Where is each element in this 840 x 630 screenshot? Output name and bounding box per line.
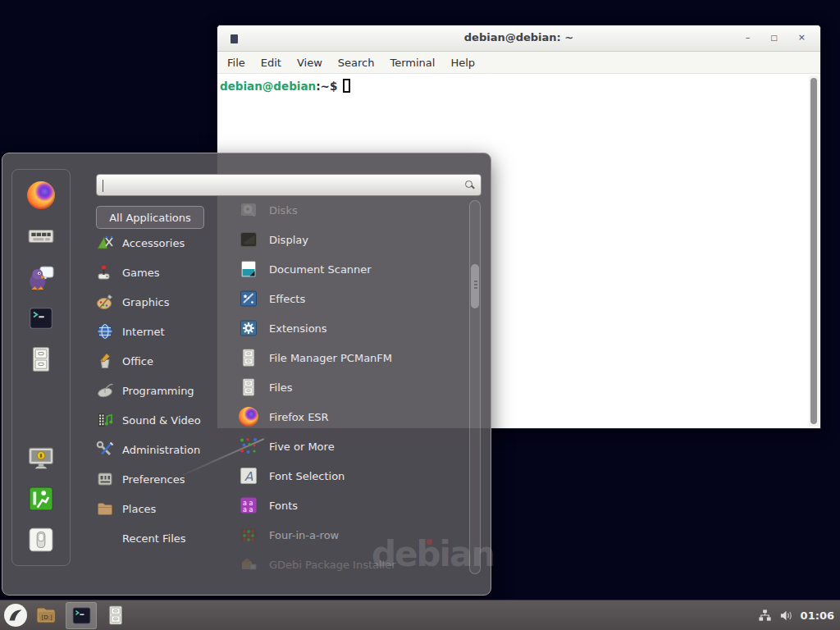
prompt-user-host: debian@debian <box>220 80 316 93</box>
favorite-firefox[interactable] <box>27 181 55 209</box>
firefox-icon <box>239 407 258 427</box>
terminal-task-button[interactable] <box>66 602 97 629</box>
category-label: Preferences <box>122 473 185 486</box>
category-programming[interactable]: Programming <box>96 376 231 405</box>
maximize-button[interactable]: □ <box>770 30 778 46</box>
terminal-icon <box>71 605 93 627</box>
folder-launcher[interactable]: [D:] <box>31 600 62 630</box>
category-internet[interactable]: Internet <box>96 317 231 346</box>
category-label: Sound & Video <box>122 414 201 427</box>
app-effects[interactable]: Effects <box>239 284 460 313</box>
document-scanner-icon <box>239 259 258 279</box>
terminal-titlebar[interactable]: debian@debian: ~ – □ × <box>217 25 820 52</box>
app-firefox-esr[interactable]: Firefox ESR <box>239 402 460 431</box>
category-label: Administration <box>122 444 200 456</box>
volume-icon[interactable] <box>779 609 793 623</box>
terminal-scrollbar-thumb[interactable] <box>810 78 817 424</box>
terminal-scrollbar[interactable] <box>809 75 819 427</box>
menu-button-icon <box>3 603 28 628</box>
package-manager-icon <box>27 222 55 250</box>
favorite-terminal[interactable] <box>27 304 55 332</box>
files-launcher[interactable] <box>100 600 131 630</box>
category-label: Office <box>122 355 153 368</box>
menu-button[interactable] <box>0 600 31 630</box>
menu-help[interactable]: Help <box>450 57 475 69</box>
five-or-more-icon <box>239 436 258 456</box>
app-label: Five or More <box>269 441 335 453</box>
app-four-in-a-row[interactable]: Four-in-a-row <box>239 520 460 550</box>
administration-icon <box>96 441 114 459</box>
menu-file[interactable]: File <box>227 57 245 69</box>
folder-d-icon: [D:] <box>35 604 58 627</box>
category-places[interactable]: Places <box>96 494 231 523</box>
app-gdebi-package-installer[interactable]: GDebi Package Installer <box>239 550 460 579</box>
font-selection-icon: A <box>239 466 258 486</box>
category-recent-files[interactable]: Recent Files <box>96 523 231 553</box>
app-files[interactable]: Files <box>239 372 460 402</box>
category-accessories[interactable]: Accessories <box>96 228 231 258</box>
places-icon <box>96 500 114 518</box>
favorite-package-manager[interactable] <box>27 222 55 250</box>
pidgin-icon <box>27 263 55 291</box>
category-office[interactable]: Office <box>96 346 231 376</box>
favorite-shut-down[interactable] <box>27 526 55 554</box>
category-administration[interactable]: Administration <box>96 435 231 464</box>
app-label: Extensions <box>269 322 327 335</box>
app-file-manager-pcmanfm[interactable]: File Manager PCManFM <box>239 343 460 372</box>
search-input[interactable] <box>97 175 481 195</box>
terminal-menubar: File Edit View Search Terminal Help <box>217 52 820 74</box>
app-fonts[interactable]: a aa a Fonts <box>239 491 460 520</box>
window-title: debian@debian: ~ <box>217 31 820 43</box>
menu-edit[interactable]: Edit <box>261 57 281 69</box>
app-five-or-more[interactable]: Five or More <box>239 431 460 461</box>
four-in-a-row-icon <box>239 525 258 545</box>
app-label: Document Scanner <box>269 263 372 276</box>
category-graphics[interactable]: Graphics <box>96 287 231 317</box>
close-button[interactable]: × <box>798 30 806 46</box>
fonts-icon: a aa a <box>239 495 258 515</box>
menu-terminal[interactable]: Terminal <box>390 57 435 69</box>
favorite-file-manager[interactable] <box>27 345 55 373</box>
clock[interactable]: 01:06 <box>801 609 834 622</box>
category-preferences[interactable]: Preferences <box>96 464 231 494</box>
internet-icon <box>96 322 114 340</box>
app-extensions[interactable]: Extensions <box>239 313 460 343</box>
app-label: File Manager PCManFM <box>269 352 392 364</box>
file-cabinet-icon <box>105 605 126 626</box>
lock-screen-icon <box>27 444 55 472</box>
prompt-suffix: :~$ <box>316 80 337 93</box>
programming-icon <box>96 381 114 399</box>
preferences-icon <box>96 470 114 488</box>
menu-view[interactable]: View <box>297 57 322 69</box>
app-disks[interactable]: Disks <box>239 195 460 225</box>
category-label: Games <box>122 267 159 279</box>
menu-search[interactable]: Search <box>338 57 375 69</box>
app-font-selection[interactable]: A Font Selection <box>239 461 460 491</box>
desktop: debian@debian: ~ – □ × File Edit View Se… <box>0 0 840 630</box>
log-out-icon <box>27 485 55 513</box>
applications-list: Disks Display Document Scanner Effects E… <box>239 195 460 579</box>
menu-scrollbar[interactable] <box>469 200 481 574</box>
menu-scrollbar-thumb[interactable] <box>471 264 479 308</box>
network-icon[interactable] <box>758 609 772 623</box>
category-games[interactable]: Games <box>96 258 231 287</box>
disks-icon <box>239 200 258 220</box>
file-cabinet-icon <box>239 377 258 397</box>
all-applications-button[interactable]: All Applications <box>96 206 204 229</box>
taskbar: [D:] 01:06 <box>0 600 840 630</box>
shut-down-icon <box>27 526 55 554</box>
favorite-pidgin[interactable] <box>27 263 55 291</box>
app-document-scanner[interactable]: Document Scanner <box>239 254 460 284</box>
shell-prompt: debian@debian:~$ <box>217 74 820 93</box>
favorite-lock-screen[interactable] <box>27 444 55 472</box>
svg-text:a a: a a <box>243 506 253 514</box>
app-label: Four-in-a-row <box>269 529 339 541</box>
display-icon <box>239 230 258 249</box>
favorite-log-out[interactable] <box>27 485 55 513</box>
category-sound-video[interactable]: Sound & Video <box>96 405 231 435</box>
search-box <box>96 174 482 196</box>
app-label: Fonts <box>269 500 298 512</box>
category-label: Internet <box>122 326 165 338</box>
minimize-button[interactable]: – <box>746 30 751 46</box>
app-display[interactable]: Display <box>239 225 460 254</box>
